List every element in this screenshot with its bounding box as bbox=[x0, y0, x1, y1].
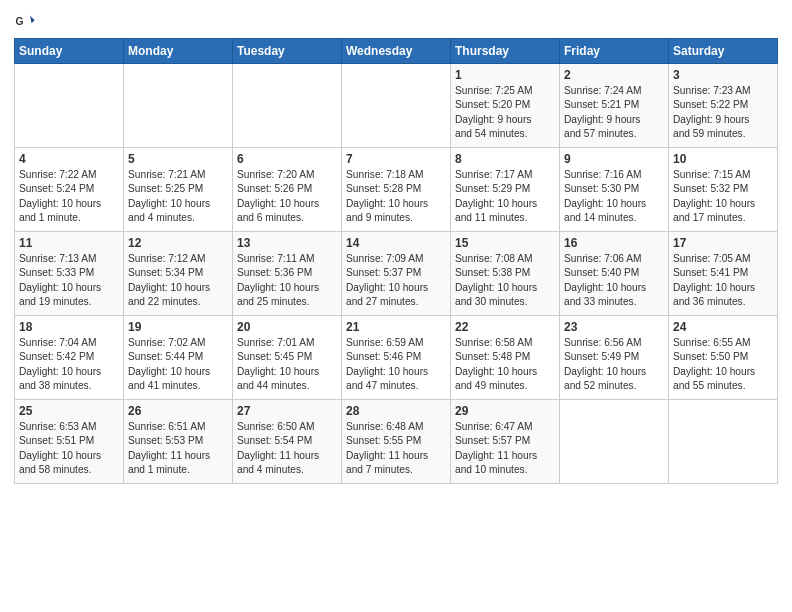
calendar-cell: 5Sunrise: 7:21 AM Sunset: 5:25 PM Daylig… bbox=[124, 148, 233, 232]
day-number: 20 bbox=[237, 320, 337, 334]
day-info: Sunrise: 7:18 AM Sunset: 5:28 PM Dayligh… bbox=[346, 168, 446, 225]
calendar-cell: 13Sunrise: 7:11 AM Sunset: 5:36 PM Dayli… bbox=[233, 232, 342, 316]
svg-marker-2 bbox=[30, 16, 34, 23]
day-number: 29 bbox=[455, 404, 555, 418]
day-number: 19 bbox=[128, 320, 228, 334]
day-header-saturday: Saturday bbox=[669, 39, 778, 64]
day-number: 23 bbox=[564, 320, 664, 334]
calendar-cell bbox=[124, 64, 233, 148]
day-header-tuesday: Tuesday bbox=[233, 39, 342, 64]
day-info: Sunrise: 6:47 AM Sunset: 5:57 PM Dayligh… bbox=[455, 420, 555, 477]
calendar-cell: 19Sunrise: 7:02 AM Sunset: 5:44 PM Dayli… bbox=[124, 316, 233, 400]
calendar-cell: 15Sunrise: 7:08 AM Sunset: 5:38 PM Dayli… bbox=[451, 232, 560, 316]
day-info: Sunrise: 6:58 AM Sunset: 5:48 PM Dayligh… bbox=[455, 336, 555, 393]
day-info: Sunrise: 7:15 AM Sunset: 5:32 PM Dayligh… bbox=[673, 168, 773, 225]
calendar-cell: 18Sunrise: 7:04 AM Sunset: 5:42 PM Dayli… bbox=[15, 316, 124, 400]
day-number: 2 bbox=[564, 68, 664, 82]
day-info: Sunrise: 6:55 AM Sunset: 5:50 PM Dayligh… bbox=[673, 336, 773, 393]
day-number: 7 bbox=[346, 152, 446, 166]
day-info: Sunrise: 7:21 AM Sunset: 5:25 PM Dayligh… bbox=[128, 168, 228, 225]
calendar-cell bbox=[15, 64, 124, 148]
calendar-cell: 25Sunrise: 6:53 AM Sunset: 5:51 PM Dayli… bbox=[15, 400, 124, 484]
week-row-1: 4Sunrise: 7:22 AM Sunset: 5:24 PM Daylig… bbox=[15, 148, 778, 232]
calendar-cell: 22Sunrise: 6:58 AM Sunset: 5:48 PM Dayli… bbox=[451, 316, 560, 400]
day-info: Sunrise: 6:53 AM Sunset: 5:51 PM Dayligh… bbox=[19, 420, 119, 477]
calendar-cell bbox=[342, 64, 451, 148]
day-info: Sunrise: 6:51 AM Sunset: 5:53 PM Dayligh… bbox=[128, 420, 228, 477]
day-header-thursday: Thursday bbox=[451, 39, 560, 64]
day-number: 25 bbox=[19, 404, 119, 418]
day-info: Sunrise: 7:22 AM Sunset: 5:24 PM Dayligh… bbox=[19, 168, 119, 225]
calendar-cell: 9Sunrise: 7:16 AM Sunset: 5:30 PM Daylig… bbox=[560, 148, 669, 232]
calendar-cell: 17Sunrise: 7:05 AM Sunset: 5:41 PM Dayli… bbox=[669, 232, 778, 316]
day-info: Sunrise: 7:24 AM Sunset: 5:21 PM Dayligh… bbox=[564, 84, 664, 141]
day-info: Sunrise: 7:08 AM Sunset: 5:38 PM Dayligh… bbox=[455, 252, 555, 309]
day-info: Sunrise: 6:48 AM Sunset: 5:55 PM Dayligh… bbox=[346, 420, 446, 477]
day-number: 22 bbox=[455, 320, 555, 334]
week-row-3: 18Sunrise: 7:04 AM Sunset: 5:42 PM Dayli… bbox=[15, 316, 778, 400]
day-info: Sunrise: 7:16 AM Sunset: 5:30 PM Dayligh… bbox=[564, 168, 664, 225]
day-info: Sunrise: 7:11 AM Sunset: 5:36 PM Dayligh… bbox=[237, 252, 337, 309]
calendar-cell: 16Sunrise: 7:06 AM Sunset: 5:40 PM Dayli… bbox=[560, 232, 669, 316]
day-number: 11 bbox=[19, 236, 119, 250]
logo-icon: G bbox=[14, 10, 36, 32]
day-number: 28 bbox=[346, 404, 446, 418]
day-number: 1 bbox=[455, 68, 555, 82]
day-number: 15 bbox=[455, 236, 555, 250]
calendar-cell: 6Sunrise: 7:20 AM Sunset: 5:26 PM Daylig… bbox=[233, 148, 342, 232]
calendar-cell: 21Sunrise: 6:59 AM Sunset: 5:46 PM Dayli… bbox=[342, 316, 451, 400]
calendar-cell: 29Sunrise: 6:47 AM Sunset: 5:57 PM Dayli… bbox=[451, 400, 560, 484]
svg-text:G: G bbox=[15, 16, 23, 27]
calendar-cell: 7Sunrise: 7:18 AM Sunset: 5:28 PM Daylig… bbox=[342, 148, 451, 232]
day-number: 27 bbox=[237, 404, 337, 418]
calendar-cell: 10Sunrise: 7:15 AM Sunset: 5:32 PM Dayli… bbox=[669, 148, 778, 232]
day-info: Sunrise: 7:01 AM Sunset: 5:45 PM Dayligh… bbox=[237, 336, 337, 393]
calendar-cell: 23Sunrise: 6:56 AM Sunset: 5:49 PM Dayli… bbox=[560, 316, 669, 400]
week-row-2: 11Sunrise: 7:13 AM Sunset: 5:33 PM Dayli… bbox=[15, 232, 778, 316]
day-info: Sunrise: 7:05 AM Sunset: 5:41 PM Dayligh… bbox=[673, 252, 773, 309]
calendar-cell: 3Sunrise: 7:23 AM Sunset: 5:22 PM Daylig… bbox=[669, 64, 778, 148]
calendar-cell: 12Sunrise: 7:12 AM Sunset: 5:34 PM Dayli… bbox=[124, 232, 233, 316]
week-row-4: 25Sunrise: 6:53 AM Sunset: 5:51 PM Dayli… bbox=[15, 400, 778, 484]
day-number: 6 bbox=[237, 152, 337, 166]
day-number: 12 bbox=[128, 236, 228, 250]
calendar-cell: 28Sunrise: 6:48 AM Sunset: 5:55 PM Dayli… bbox=[342, 400, 451, 484]
day-number: 3 bbox=[673, 68, 773, 82]
day-info: Sunrise: 6:59 AM Sunset: 5:46 PM Dayligh… bbox=[346, 336, 446, 393]
day-header-sunday: Sunday bbox=[15, 39, 124, 64]
day-number: 21 bbox=[346, 320, 446, 334]
day-number: 24 bbox=[673, 320, 773, 334]
calendar-cell: 8Sunrise: 7:17 AM Sunset: 5:29 PM Daylig… bbox=[451, 148, 560, 232]
calendar-cell: 14Sunrise: 7:09 AM Sunset: 5:37 PM Dayli… bbox=[342, 232, 451, 316]
day-info: Sunrise: 7:17 AM Sunset: 5:29 PM Dayligh… bbox=[455, 168, 555, 225]
calendar-cell bbox=[233, 64, 342, 148]
day-number: 26 bbox=[128, 404, 228, 418]
day-number: 16 bbox=[564, 236, 664, 250]
page-container: G SundayMondayTuesdayWednesdayThursdayFr… bbox=[0, 0, 792, 492]
day-info: Sunrise: 7:20 AM Sunset: 5:26 PM Dayligh… bbox=[237, 168, 337, 225]
day-info: Sunrise: 7:12 AM Sunset: 5:34 PM Dayligh… bbox=[128, 252, 228, 309]
day-info: Sunrise: 7:25 AM Sunset: 5:20 PM Dayligh… bbox=[455, 84, 555, 141]
day-number: 18 bbox=[19, 320, 119, 334]
day-header-monday: Monday bbox=[124, 39, 233, 64]
logo: G bbox=[14, 10, 40, 32]
day-info: Sunrise: 7:02 AM Sunset: 5:44 PM Dayligh… bbox=[128, 336, 228, 393]
day-info: Sunrise: 7:13 AM Sunset: 5:33 PM Dayligh… bbox=[19, 252, 119, 309]
calendar-cell bbox=[669, 400, 778, 484]
day-info: Sunrise: 7:06 AM Sunset: 5:40 PM Dayligh… bbox=[564, 252, 664, 309]
calendar-cell: 4Sunrise: 7:22 AM Sunset: 5:24 PM Daylig… bbox=[15, 148, 124, 232]
day-number: 9 bbox=[564, 152, 664, 166]
day-info: Sunrise: 7:04 AM Sunset: 5:42 PM Dayligh… bbox=[19, 336, 119, 393]
day-info: Sunrise: 6:50 AM Sunset: 5:54 PM Dayligh… bbox=[237, 420, 337, 477]
calendar-cell bbox=[560, 400, 669, 484]
day-info: Sunrise: 6:56 AM Sunset: 5:49 PM Dayligh… bbox=[564, 336, 664, 393]
day-number: 14 bbox=[346, 236, 446, 250]
day-info: Sunrise: 7:23 AM Sunset: 5:22 PM Dayligh… bbox=[673, 84, 773, 141]
day-number: 4 bbox=[19, 152, 119, 166]
day-number: 13 bbox=[237, 236, 337, 250]
calendar-cell: 11Sunrise: 7:13 AM Sunset: 5:33 PM Dayli… bbox=[15, 232, 124, 316]
day-number: 8 bbox=[455, 152, 555, 166]
day-header-friday: Friday bbox=[560, 39, 669, 64]
calendar-cell: 24Sunrise: 6:55 AM Sunset: 5:50 PM Dayli… bbox=[669, 316, 778, 400]
day-number: 5 bbox=[128, 152, 228, 166]
